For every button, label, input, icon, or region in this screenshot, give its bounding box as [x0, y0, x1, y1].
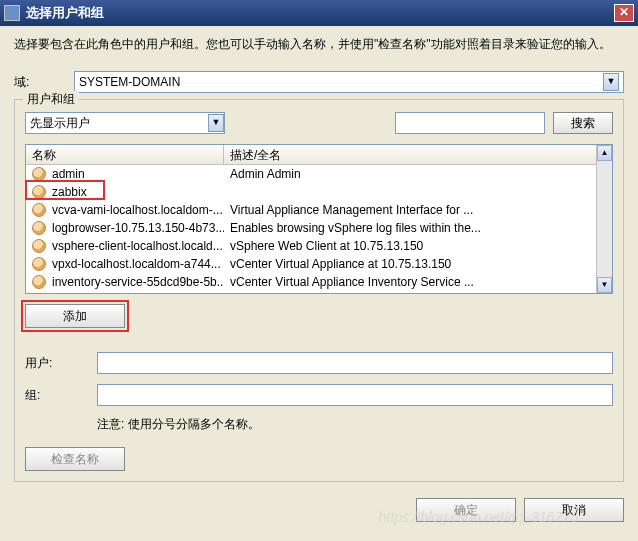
users-list: 名称 描述/全名 adminAdmin Adminzabbixvcva-vami…: [25, 144, 613, 294]
cancel-button[interactable]: 取消: [524, 498, 624, 522]
list-item[interactable]: adminAdmin Admin: [26, 165, 596, 183]
groups-label: 组:: [25, 387, 97, 404]
row-name: vpxd-localhost.localdom-a744...: [52, 257, 221, 271]
scrollbar[interactable]: ▲ ▼: [596, 145, 612, 293]
window-title: 选择用户和组: [26, 4, 614, 22]
user-icon: [32, 185, 46, 199]
row-desc: Virtual Appliance Management Interface f…: [224, 203, 596, 217]
row-desc: vCenter Virtual Appliance at 10.75.13.15…: [224, 257, 596, 271]
add-button[interactable]: 添加: [25, 304, 125, 328]
users-groups-fieldset: 用户和组 先显示用户 ▼ 搜索 名称 描述/全名 adminAdmin Admi…: [14, 99, 624, 482]
row-name: vcva-vami-localhost.localdom-...: [52, 203, 223, 217]
row-desc: vSphere Web Client at 10.75.13.150: [224, 239, 596, 253]
chevron-down-icon: ▼: [603, 73, 619, 91]
row-desc: vCenter Virtual Appliance Inventory Serv…: [224, 275, 596, 289]
row-name: zabbix: [52, 185, 87, 199]
column-desc[interactable]: 描述/全名: [224, 145, 596, 164]
list-item[interactable]: inventory-service-55dcd9be-5b...vCenter …: [26, 273, 596, 291]
dialog-body: 选择要包含在此角色中的用户和组。您也可以手动输入名称，并使用"检查名称"功能对照…: [0, 26, 638, 490]
scroll-down-icon[interactable]: ▼: [597, 277, 612, 293]
row-name: logbrowser-10.75.13.150-4b73...: [52, 221, 224, 235]
check-names-button[interactable]: 检查名称: [25, 447, 125, 471]
row-desc: Enables browsing vSphere log files withi…: [224, 221, 596, 235]
search-input[interactable]: [395, 112, 545, 134]
chevron-down-icon: ▼: [208, 114, 224, 132]
user-icon: [32, 257, 46, 271]
list-header: 名称 描述/全名: [26, 145, 596, 165]
groups-input[interactable]: [97, 384, 613, 406]
column-name[interactable]: 名称: [26, 145, 224, 164]
list-item[interactable]: vcva-vami-localhost.localdom-...Virtual …: [26, 201, 596, 219]
row-desc: Admin Admin: [224, 167, 596, 181]
scroll-up-icon[interactable]: ▲: [597, 145, 612, 161]
user-icon: [32, 167, 46, 181]
list-item[interactable]: vsphere-client-localhost.locald...vSpher…: [26, 237, 596, 255]
users-row: 用户:: [25, 352, 613, 374]
dialog-footer: 确定 取消: [0, 490, 638, 530]
filter-select[interactable]: 先显示用户 ▼: [25, 112, 225, 134]
row-name: vsphere-client-localhost.locald...: [52, 239, 223, 253]
domain-value: SYSTEM-DOMAIN: [79, 75, 180, 89]
close-button[interactable]: ✕: [614, 4, 634, 22]
user-icon: [32, 203, 46, 217]
app-icon: [4, 5, 20, 21]
users-input[interactable]: [97, 352, 613, 374]
instructions-text: 选择要包含在此角色中的用户和组。您也可以手动输入名称，并使用"检查名称"功能对照…: [14, 36, 624, 53]
hint-text: 注意: 使用分号分隔多个名称。: [97, 416, 613, 433]
search-button[interactable]: 搜索: [553, 112, 613, 134]
filter-row: 先显示用户 ▼ 搜索: [25, 112, 613, 134]
list-item[interactable]: zabbix: [26, 183, 596, 201]
groups-row: 组:: [25, 384, 613, 406]
user-icon: [32, 239, 46, 253]
domain-label: 域:: [14, 74, 74, 91]
list-item[interactable]: logbrowser-10.75.13.150-4b73...Enables b…: [26, 219, 596, 237]
users-label: 用户:: [25, 355, 97, 372]
filter-value: 先显示用户: [30, 115, 90, 132]
list-item[interactable]: vpxd-localhost.localdom-a744...vCenter V…: [26, 255, 596, 273]
ok-button[interactable]: 确定: [416, 498, 516, 522]
domain-select[interactable]: SYSTEM-DOMAIN ▼: [74, 71, 624, 93]
fieldset-legend: 用户和组: [23, 91, 79, 108]
user-icon: [32, 275, 46, 289]
user-icon: [32, 221, 46, 235]
row-name: admin: [52, 167, 85, 181]
row-name: inventory-service-55dcd9be-5b...: [52, 275, 224, 289]
scroll-track[interactable]: [597, 161, 612, 277]
domain-row: 域: SYSTEM-DOMAIN ▼: [14, 71, 624, 93]
titlebar: 选择用户和组 ✕: [0, 0, 638, 26]
